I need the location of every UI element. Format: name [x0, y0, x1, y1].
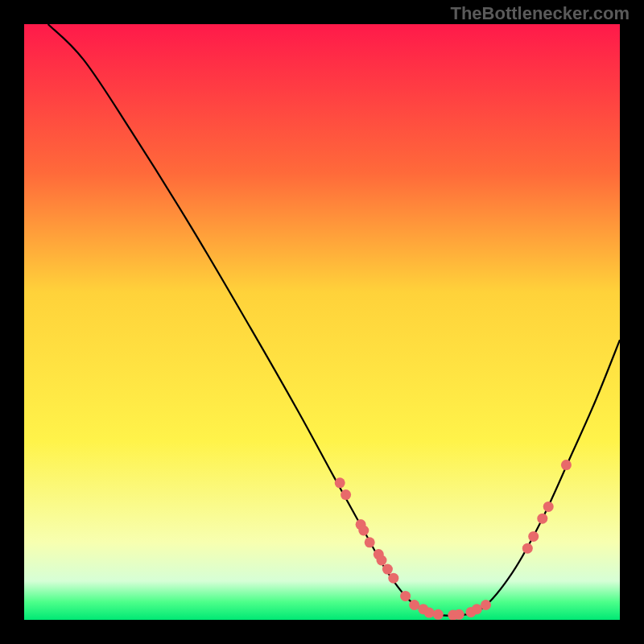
data-point	[409, 600, 419, 610]
chart-svg	[24, 24, 620, 620]
data-point	[400, 591, 411, 601]
plot-area	[24, 24, 620, 620]
data-point	[561, 460, 572, 470]
data-point	[522, 543, 533, 554]
data-point	[341, 489, 351, 500]
data-point	[537, 514, 547, 524]
gradient-background	[24, 24, 620, 620]
data-point	[543, 502, 554, 512]
data-point	[472, 604, 482, 614]
data-point	[454, 609, 464, 620]
data-point	[481, 600, 491, 610]
data-point	[424, 608, 435, 618]
data-point	[388, 573, 398, 584]
data-point	[528, 531, 539, 542]
data-point	[335, 477, 345, 488]
data-point	[358, 526, 369, 536]
data-point	[365, 537, 375, 547]
chart-container: TheBottlenecker.com	[0, 0, 644, 644]
data-point	[377, 555, 387, 566]
attribution-text: TheBottlenecker.com	[450, 3, 630, 24]
data-point	[382, 564, 393, 575]
data-point	[433, 609, 444, 620]
